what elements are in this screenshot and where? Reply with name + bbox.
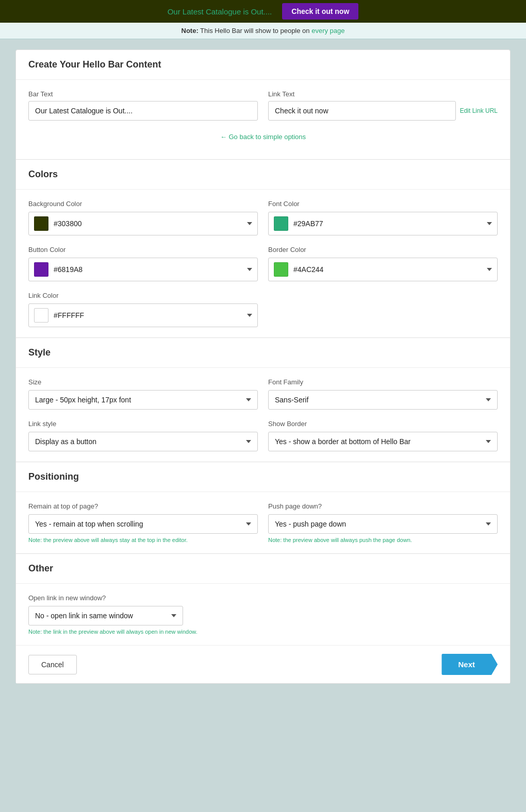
link-color-value: #FFFFFF xyxy=(54,311,247,319)
font-family-label: Font Family xyxy=(268,378,498,386)
font-color-select[interactable]: #29AB77 xyxy=(268,212,498,235)
style-section-header: Style xyxy=(16,338,510,368)
show-border-label: Show Border xyxy=(268,420,498,428)
other-section: Open link in new window? No - open link … xyxy=(16,584,510,645)
border-color-select[interactable]: #4AC244 xyxy=(268,258,498,281)
show-border-select[interactable]: Yes - show a border at bottom of Hello B… xyxy=(268,432,498,451)
button-color-select[interactable]: #6819A8 xyxy=(28,258,258,281)
link-style-chevron xyxy=(246,440,251,443)
button-color-value: #6819A8 xyxy=(54,265,247,274)
size-group: Size Large - 50px height, 17px font xyxy=(28,378,258,410)
size-chevron xyxy=(246,398,251,401)
remain-top-chevron xyxy=(246,522,251,526)
link-text-row: Edit Link URL xyxy=(268,101,498,121)
border-color-label: Border Color xyxy=(268,246,498,253)
form-section-header: Create Your Hello Bar Content xyxy=(16,50,510,80)
link-text-group: Link Text Edit Link URL xyxy=(268,90,498,121)
button-color-label: Button Color xyxy=(28,246,258,253)
font-family-chevron xyxy=(486,398,491,401)
bar-text-label: Bar Text xyxy=(28,90,258,98)
border-color-group: Border Color #4AC244 xyxy=(268,246,498,281)
font-color-group: Font Color #29AB77 xyxy=(268,200,498,235)
style-grid: Size Large - 50px height, 17px font Font… xyxy=(28,378,498,451)
font-color-swatch xyxy=(274,216,288,231)
link-text-input[interactable] xyxy=(268,101,456,121)
open-link-select[interactable]: No - open link in same window xyxy=(28,606,183,625)
push-page-note: Note: the preview above will always push… xyxy=(268,537,498,543)
preview-bar-text: Our Latest Catalogue is Out.... xyxy=(168,7,272,16)
remain-top-value: Yes - remain at top when scrolling xyxy=(35,520,246,528)
pos-grid: Remain at top of page? Yes - remain at t… xyxy=(28,502,498,543)
note-label: Note: xyxy=(182,27,199,35)
button-color-group: Button Color #6819A8 xyxy=(28,246,258,281)
bg-color-group: Background Color #303800 xyxy=(28,200,258,235)
colors-title: Colors xyxy=(28,169,58,179)
colors-section-header: Colors xyxy=(16,160,510,190)
font-family-select[interactable]: Sans-Serif xyxy=(268,390,498,410)
remain-top-note: Note: the preview above will always stay… xyxy=(28,537,258,543)
note-bar: Note: This Hello Bar will show to people… xyxy=(0,23,526,39)
bg-color-value: #303800 xyxy=(54,219,247,228)
positioning-section: Remain at top of page? Yes - remain at t… xyxy=(16,492,510,553)
border-color-swatch xyxy=(274,262,288,277)
link-style-select[interactable]: Display as a button xyxy=(28,432,258,451)
font-color-value: #29AB77 xyxy=(293,219,487,228)
open-link-group: Open link in new window? No - open link … xyxy=(28,594,498,635)
link-style-value: Display as a button xyxy=(35,437,246,446)
footer-bar: Cancel Next xyxy=(16,645,510,683)
link-style-label: Link style xyxy=(28,420,258,428)
edit-link-url[interactable]: Edit Link URL xyxy=(460,107,498,114)
button-color-swatch xyxy=(34,262,48,277)
link-color-group: Link Color #FFFFFF xyxy=(28,292,258,327)
bar-text-group: Bar Text xyxy=(28,90,258,121)
push-page-value: Yes - push page down xyxy=(275,520,486,528)
color-grid: Background Color #303800 Font Color #29A… xyxy=(28,200,498,327)
preview-bar-button[interactable]: Check it out now xyxy=(282,3,358,20)
font-color-chevron xyxy=(487,222,492,225)
bar-text-input[interactable] xyxy=(28,101,258,121)
border-color-chevron xyxy=(487,268,492,271)
main-container: Create Your Hello Bar Content Bar Text L… xyxy=(0,39,526,699)
show-border-value: Yes - show a border at bottom of Hello B… xyxy=(275,437,486,446)
open-link-note: Note: the link in the preview above will… xyxy=(28,629,498,635)
push-page-label: Push page down? xyxy=(268,502,498,510)
other-section-header: Other xyxy=(16,554,510,584)
font-family-value: Sans-Serif xyxy=(275,396,486,404)
bg-color-select[interactable]: #303800 xyxy=(28,212,258,235)
positioning-section-header: Positioning xyxy=(16,462,510,492)
positioning-title: Positioning xyxy=(28,471,79,482)
link-style-group: Link style Display as a button xyxy=(28,420,258,451)
go-back-link[interactable]: ← Go back to simple options xyxy=(28,129,498,149)
remain-top-label: Remain at top of page? xyxy=(28,502,258,510)
next-button[interactable]: Next xyxy=(441,654,498,675)
content-form: Bar Text Link Text Edit Link URL ← Go ba… xyxy=(16,80,510,159)
link-color-label: Link Color xyxy=(28,292,258,299)
show-border-group: Show Border Yes - show a border at botto… xyxy=(268,420,498,451)
note-body: This Hello Bar will show to people on xyxy=(200,27,311,35)
preview-bar: Our Latest Catalogue is Out.... Check it… xyxy=(0,0,526,23)
border-color-value: #4AC244 xyxy=(293,265,487,274)
form-row-text: Bar Text Link Text Edit Link URL xyxy=(28,90,498,121)
style-section: Size Large - 50px height, 17px font Font… xyxy=(16,368,510,462)
cancel-button[interactable]: Cancel xyxy=(28,655,77,674)
show-border-chevron xyxy=(486,440,491,443)
other-title: Other xyxy=(28,563,53,573)
push-page-select[interactable]: Yes - push page down xyxy=(268,514,498,534)
push-page-chevron xyxy=(486,522,491,526)
every-page-link[interactable]: every page xyxy=(311,27,344,35)
remain-top-group: Remain at top of page? Yes - remain at t… xyxy=(28,502,258,543)
bg-color-chevron xyxy=(247,222,252,225)
colors-section: Background Color #303800 Font Color #29A… xyxy=(16,190,510,337)
link-color-select[interactable]: #FFFFFF xyxy=(28,303,258,327)
link-text-label: Link Text xyxy=(268,90,498,98)
main-card: Create Your Hello Bar Content Bar Text L… xyxy=(15,49,511,684)
size-value: Large - 50px height, 17px font xyxy=(35,396,246,404)
open-link-label: Open link in new window? xyxy=(28,594,498,602)
size-label: Size xyxy=(28,378,258,386)
form-title: Create Your Hello Bar Content xyxy=(28,59,161,70)
remain-top-select[interactable]: Yes - remain at top when scrolling xyxy=(28,514,258,534)
bg-color-swatch xyxy=(34,216,48,231)
open-link-chevron xyxy=(171,614,176,617)
size-select[interactable]: Large - 50px height, 17px font xyxy=(28,390,258,410)
link-color-chevron xyxy=(247,314,252,317)
